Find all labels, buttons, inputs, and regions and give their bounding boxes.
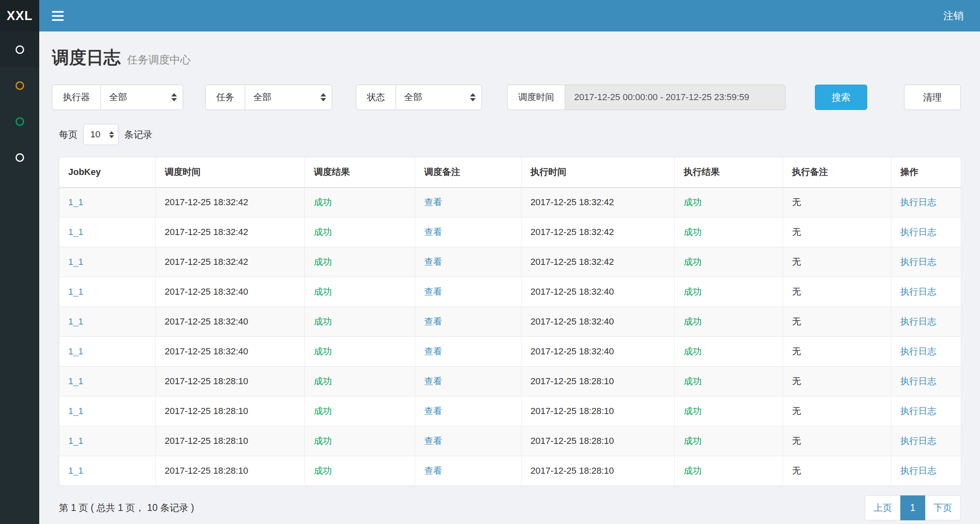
trigger-time-cell: 2017-12-25 18:32:40 — [165, 287, 248, 297]
view-exec-log-link-wrapper: 执行日志 — [891, 217, 961, 247]
job-filter-select[interactable]: 全部 — [245, 85, 332, 110]
app-logo[interactable]: XXL — [0, 0, 39, 31]
handle-result-cell-wrapper: 成功 — [675, 426, 783, 456]
trigger-result-cell-wrapper: 成功 — [305, 277, 415, 307]
column-header-handle-result: 执行结果 — [675, 157, 783, 188]
column-header-trigger-time: 调度时间 — [156, 157, 305, 188]
view-exec-log-link[interactable]: 执行日志 — [900, 376, 936, 386]
trigger-msg-link[interactable]: 查看 — [424, 257, 442, 267]
view-exec-log-link-wrapper: 执行日志 — [891, 456, 961, 486]
table-header-row: JobKey调度时间调度结果调度备注执行时间执行结果执行备注操作 — [59, 157, 961, 188]
trigger-time-range-input[interactable]: 2017-12-25 00:00:00 - 2017-12-25 23:59:5… — [565, 85, 785, 110]
view-exec-log-link-wrapper: 执行日志 — [891, 188, 961, 217]
column-header-action: 操作 — [891, 157, 961, 188]
trigger-time-cell: 2017-12-25 18:32:42 — [165, 257, 248, 267]
view-exec-log-link[interactable]: 执行日志 — [900, 197, 936, 207]
search-button[interactable]: 搜索 — [815, 85, 867, 110]
table-body: 1_12017-12-25 18:32:42成功查看2017-12-25 18:… — [59, 188, 961, 486]
trigger-msg-link[interactable]: 查看 — [424, 346, 442, 356]
sidebar-item-4[interactable] — [0, 139, 39, 175]
handle-msg-cell: 无 — [792, 406, 801, 416]
handle-time-cell: 2017-12-25 18:32:42 — [530, 197, 614, 207]
sidebar-item-1[interactable] — [0, 31, 39, 67]
jobkey-link[interactable]: 1_1 — [68, 197, 83, 207]
handle-msg-cell-wrapper: 无 — [783, 188, 891, 217]
handle-msg-cell-wrapper: 无 — [783, 307, 891, 337]
jobkey-link[interactable]: 1_1 — [68, 227, 83, 237]
trigger-result-cell-wrapper: 成功 — [305, 217, 415, 247]
sidebar-item-2[interactable] — [0, 67, 39, 103]
pagination-prev-button[interactable]: 上页 — [865, 495, 901, 520]
handle-result-cell: 成功 — [684, 316, 702, 327]
jobkey-link[interactable]: 1_1 — [68, 346, 83, 356]
view-exec-log-link[interactable]: 执行日志 — [900, 466, 936, 476]
page-size-suffix: 条记录 — [124, 128, 152, 141]
trigger-result-cell-wrapper: 成功 — [305, 456, 415, 486]
page-size-select[interactable]: 10 — [83, 124, 119, 145]
trigger-msg-link[interactable]: 查看 — [424, 316, 442, 327]
handle-msg-cell-wrapper: 无 — [783, 396, 891, 426]
trigger-msg-link[interactable]: 查看 — [424, 466, 442, 476]
jobkey-link[interactable]: 1_1 — [68, 257, 83, 267]
view-exec-log-link[interactable]: 执行日志 — [900, 316, 936, 327]
trigger-msg-link[interactable]: 查看 — [424, 227, 442, 237]
trigger-msg-link[interactable]: 查看 — [424, 406, 442, 416]
sidebar-item-3[interactable] — [0, 103, 39, 139]
trigger-time-cell-wrapper: 2017-12-25 18:28:10 — [156, 367, 305, 396]
jobkey-link[interactable]: 1_1 — [68, 316, 83, 327]
trigger-msg-link-wrapper: 查看 — [415, 337, 521, 367]
handle-time-cell: 2017-12-25 18:28:10 — [530, 466, 614, 476]
handle-time-cell-wrapper: 2017-12-25 18:32:40 — [521, 337, 675, 367]
handle-result-cell-wrapper: 成功 — [675, 247, 783, 277]
handle-result-cell: 成功 — [684, 376, 702, 386]
jobkey-link[interactable]: 1_1 — [68, 376, 83, 386]
handle-msg-cell-wrapper: 无 — [783, 426, 891, 456]
view-exec-log-link[interactable]: 执行日志 — [900, 287, 936, 297]
jobkey-link[interactable]: 1_1 — [68, 287, 83, 297]
trigger-msg-link[interactable]: 查看 — [424, 287, 442, 297]
trigger-msg-link[interactable]: 查看 — [424, 376, 442, 386]
table-row: 1_12017-12-25 18:28:10成功查看2017-12-25 18:… — [59, 456, 961, 486]
trigger-time-cell-wrapper: 2017-12-25 18:28:10 — [156, 396, 305, 426]
trigger-time-filter-label: 调度时间 — [507, 85, 565, 110]
pagination-next-button[interactable]: 下页 — [925, 495, 961, 520]
trigger-time-cell: 2017-12-25 18:28:10 — [165, 436, 248, 446]
handle-result-cell-wrapper: 成功 — [675, 277, 783, 307]
jobkey-link[interactable]: 1_1 — [68, 406, 83, 416]
clear-button[interactable]: 清理 — [904, 85, 961, 110]
trigger-time-cell-wrapper: 2017-12-25 18:32:42 — [156, 247, 305, 277]
trigger-time-cell-wrapper: 2017-12-25 18:28:10 — [156, 426, 305, 456]
handle-msg-cell: 无 — [792, 227, 801, 237]
table-row: 1_12017-12-25 18:32:42成功查看2017-12-25 18:… — [59, 217, 961, 247]
view-exec-log-link[interactable]: 执行日志 — [900, 436, 936, 446]
view-exec-log-link-wrapper: 执行日志 — [891, 337, 961, 367]
sidebar — [0, 31, 39, 524]
handle-result-cell: 成功 — [684, 406, 702, 416]
handle-msg-cell: 无 — [792, 466, 801, 476]
pagination-page-1-button[interactable]: 1 — [900, 495, 925, 520]
view-exec-log-link[interactable]: 执行日志 — [900, 227, 936, 237]
logout-button[interactable]: 注销 — [927, 0, 980, 31]
status-filter-select[interactable]: 全部 — [396, 85, 482, 110]
jobkey-link[interactable]: 1_1 — [68, 436, 83, 446]
trigger-time-cell-wrapper: 2017-12-25 18:32:40 — [156, 277, 305, 307]
trigger-result-cell-wrapper: 成功 — [305, 367, 415, 396]
handle-result-cell: 成功 — [684, 346, 702, 356]
table-row: 1_12017-12-25 18:32:40成功查看2017-12-25 18:… — [59, 337, 961, 367]
handle-result-cell-wrapper: 成功 — [675, 307, 783, 337]
handle-msg-cell: 无 — [792, 197, 801, 207]
view-exec-log-link[interactable]: 执行日志 — [900, 257, 936, 267]
trigger-time-cell: 2017-12-25 18:32:40 — [165, 316, 248, 327]
view-exec-log-link[interactable]: 执行日志 — [900, 346, 936, 356]
executor-filter-select[interactable]: 全部 — [101, 85, 183, 110]
trigger-msg-link[interactable]: 查看 — [424, 436, 442, 446]
view-exec-log-link[interactable]: 执行日志 — [900, 406, 936, 416]
executor-filter-value: 全部 — [109, 91, 127, 103]
handle-result-cell-wrapper: 成功 — [675, 217, 783, 247]
trigger-msg-link[interactable]: 查看 — [424, 197, 442, 207]
handle-result-cell-wrapper: 成功 — [675, 396, 783, 426]
handle-result-cell-wrapper: 成功 — [675, 367, 783, 396]
jobkey-link[interactable]: 1_1 — [68, 466, 83, 476]
trigger-result-cell: 成功 — [314, 287, 332, 297]
sidebar-toggle-button[interactable] — [39, 0, 76, 31]
